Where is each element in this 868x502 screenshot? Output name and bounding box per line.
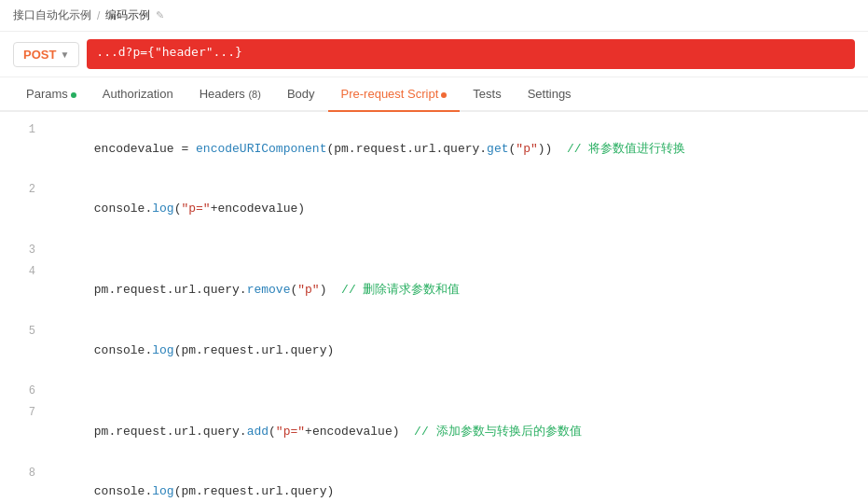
line-number: 5 xyxy=(13,323,35,341)
breadcrumb-current: 编码示例 xyxy=(105,7,150,23)
code-content: pm.request.url.query.remove("p") // 删除请求… xyxy=(50,262,855,320)
breadcrumb-separator: / xyxy=(97,9,100,22)
tab-params[interactable]: Params xyxy=(13,77,90,110)
tab-settings[interactable]: Settings xyxy=(515,77,585,110)
tab-tests[interactable]: Tests xyxy=(460,77,514,110)
code-line-4: 4 pm.request.url.query.remove("p") // 删除… xyxy=(0,261,868,321)
line-number: 6 xyxy=(13,383,35,400)
code-line-2: 2 console.log("p="+encodevalue) xyxy=(0,179,868,239)
code-line-5: 5 console.log(pm.request.url.query) xyxy=(0,321,868,381)
line-number: 7 xyxy=(13,404,35,422)
line-number: 3 xyxy=(13,242,35,259)
code-content xyxy=(50,241,855,260)
tabs-row: Params Authorization Headers (8) Body Pr… xyxy=(0,77,868,112)
code-line-7: 7 pm.request.url.query.add("p="+encodeva… xyxy=(0,402,868,462)
tab-authorization-label: Authorization xyxy=(103,87,173,101)
tab-body-label: Body xyxy=(287,87,315,101)
tab-authorization[interactable]: Authorization xyxy=(90,77,186,110)
edit-icon[interactable]: ✎ xyxy=(156,9,164,21)
params-dot xyxy=(71,92,76,98)
code-content: console.log(pm.request.url.query) xyxy=(50,464,855,502)
tab-headers-label: Headers (8) xyxy=(200,87,261,101)
code-content: console.log(pm.request.url.query) xyxy=(50,322,855,380)
url-text: ...d?p={"header"...} xyxy=(96,45,242,59)
tab-tests-label: Tests xyxy=(473,87,501,101)
line-number: 8 xyxy=(13,465,35,482)
tab-prerequest-label: Pre-request Script xyxy=(341,87,439,101)
code-content xyxy=(50,382,855,401)
tab-body[interactable]: Body xyxy=(274,77,328,110)
chevron-down-icon: ▼ xyxy=(60,49,69,60)
code-line-6: 6 xyxy=(0,381,868,402)
code-editor[interactable]: 1 encodevalue = encodeURIComponent(pm.re… xyxy=(0,112,868,502)
line-number: 4 xyxy=(13,263,35,281)
method-selector[interactable]: POST ▼ xyxy=(13,42,79,67)
line-number: 1 xyxy=(13,121,35,139)
tab-params-label: Params xyxy=(26,87,68,101)
url-bar: POST ▼ ...d?p={"header"...} xyxy=(0,32,868,77)
tab-settings-label: Settings xyxy=(528,87,572,101)
code-line-3: 3 xyxy=(0,240,868,261)
code-content: encodevalue = encodeURIComponent(pm.requ… xyxy=(50,120,855,178)
line-number: 2 xyxy=(13,181,35,199)
tab-prerequest[interactable]: Pre-request Script xyxy=(328,77,461,110)
prerequest-dot xyxy=(441,92,447,98)
code-content: console.log("p="+encodevalue) xyxy=(50,180,855,238)
url-input[interactable]: ...d?p={"header"...} xyxy=(87,39,855,69)
code-content: pm.request.url.query.add("p="+encodevalu… xyxy=(50,403,855,461)
breadcrumb-parent[interactable]: 接口自动化示例 xyxy=(13,7,91,23)
breadcrumb: 接口自动化示例 / 编码示例 ✎ xyxy=(0,0,868,32)
code-line-8: 8 console.log(pm.request.url.query) xyxy=(0,463,868,502)
method-label: POST xyxy=(23,48,56,62)
code-line-1: 1 encodevalue = encodeURIComponent(pm.re… xyxy=(0,119,868,179)
tab-headers[interactable]: Headers (8) xyxy=(186,77,274,110)
